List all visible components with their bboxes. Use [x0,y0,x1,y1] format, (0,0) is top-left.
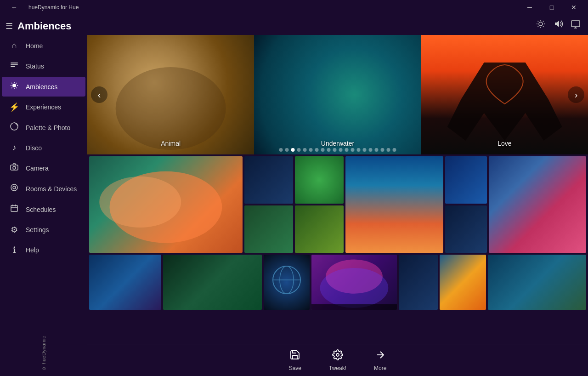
photo-grid-section [87,154,588,344]
photo-cell-fish[interactable] [89,156,243,253]
carousel-dot-0[interactable] [279,148,283,152]
back-button[interactable]: ← [4,0,25,15]
close-button[interactable]: ✕ [563,0,584,15]
orca-bg [244,156,293,204]
camera-icon [9,163,19,173]
disco-icon: ♪ [9,143,19,153]
tweak-button[interactable]: Tweak! [329,349,346,371]
carousel-dot-13[interactable] [357,148,361,152]
sidebar-item-status[interactable]: Status [2,56,85,76]
carousel-dot-10[interactable] [339,148,343,152]
carousel-dot-1[interactable] [285,148,289,152]
svg-point-40 [320,268,388,308]
photo-cell-blue-tang[interactable] [89,255,161,310]
minimize-button[interactable]: ─ [519,0,540,15]
carousel-label-underwater: Underwater [321,140,354,147]
save-button[interactable]: Save [289,349,301,371]
sidebar-item-help[interactable]: ℹ Help [2,240,85,260]
photo-cell-yellow-fish[interactable] [440,255,486,310]
carousel-dot-8[interactable] [327,148,331,152]
photo-cell-jelly-small[interactable] [445,156,487,204]
carousel-dot-4[interactable] [303,148,307,152]
menu-icon[interactable]: ☰ [6,21,13,31]
sidebar-item-disco[interactable]: ♪ Disco [2,138,85,157]
photo-cell-diver[interactable] [445,205,487,253]
more-button[interactable]: More [374,349,386,371]
sidebar-title: Ambiences [17,20,71,32]
yellow-fish-bg [440,255,486,310]
svg-point-3 [12,84,16,87]
nudibranch-bg [295,205,344,253]
photo-cell-turtle-large[interactable] [163,255,261,310]
carousel-dot-15[interactable] [369,148,373,152]
svg-line-27 [543,26,544,27]
carousel-dot-14[interactable] [363,148,367,152]
photo-cell-reef[interactable] [345,156,443,253]
sidebar-item-rooms[interactable]: Rooms & Devices [2,179,85,199]
experiences-icon: ⚡ [9,102,19,112]
titlebar-left: ← hueDynamic for Hue [4,0,79,15]
svg-rect-30 [571,21,580,27]
sidebar-item-disco-label: Disco [26,144,42,152]
photo-cell-nudibranch[interactable] [295,205,344,253]
sidebar-item-settings[interactable]: ⚙ Settings [2,220,85,239]
carousel-dot-6[interactable] [315,148,319,152]
sidebar-item-palette[interactable]: Palette & Photo [2,118,85,137]
photo-cell-globe[interactable] [264,255,310,310]
sidebar-item-schedules-label: Schedules [26,206,56,213]
sidebar-footer: ⊙ hueDynamic [0,330,87,376]
titlebar-title: hueDynamic for Hue [28,4,79,11]
screen-icon[interactable] [571,19,581,31]
ambiences-icon [9,81,19,92]
svg-line-8 [11,83,12,84]
svg-point-21 [539,22,543,26]
sidebar-item-ambiences[interactable]: Ambiences [2,77,85,97]
maximize-button[interactable]: □ [541,0,562,15]
turtle-large-bg [163,255,261,310]
photo-cell-shark[interactable] [399,255,438,310]
carousel-label-love: Love [498,140,511,147]
carousel-dot-17[interactable] [381,148,384,152]
carousel-dot-7[interactable] [321,148,325,152]
sidebar-item-palette-label: Palette & Photo [26,124,70,131]
svg-point-33 [116,67,226,150]
photo-cell-orca[interactable] [244,156,293,204]
photo-cell-discus[interactable] [489,156,586,253]
carousel-dot-16[interactable] [375,148,379,152]
carousel-item-underwater[interactable]: Underwater [254,35,421,154]
photo-cell-seahorse[interactable] [244,205,293,253]
sidebar-item-camera[interactable]: Camera [2,158,85,178]
carousel-dot-12[interactable] [351,148,355,152]
carousel-dot-3[interactable] [297,148,301,152]
svg-point-41 [336,353,339,356]
photo-cell-sea-turtle[interactable] [488,255,586,310]
carousel-dot-19[interactable] [393,148,396,152]
svg-line-28 [543,21,544,22]
brightness-icon[interactable] [536,19,546,31]
sidebar-item-home[interactable]: ⌂ Home [2,36,85,55]
volume-icon[interactable] [553,19,563,31]
search-cell-bg [311,255,397,310]
coral-green-bg [295,156,344,204]
sea-turtle-bg [488,255,586,310]
svg-line-26 [538,21,539,22]
carousel-dot-2[interactable] [291,148,295,152]
carousel-images: Animal Underwater Love [87,35,588,154]
photo-cell-coral-green[interactable] [295,156,344,204]
carousel-dot-5[interactable] [309,148,313,152]
carousel-prev-button[interactable]: ‹ [91,86,107,103]
carousel-item-animal[interactable]: Animal [87,35,254,154]
carousel-item-love[interactable]: Love [421,35,588,154]
topbar-icons [536,19,581,31]
carousel-dot-9[interactable] [333,148,337,152]
sidebar-item-experiences[interactable]: ⚡ Experiences [2,97,85,117]
carousel-dot-11[interactable] [345,148,349,152]
sidebar-item-schedules[interactable]: Schedules [2,199,85,219]
sidebar-header: ☰ Ambiences [0,17,87,36]
svg-point-16 [13,186,16,189]
carousel-dot-18[interactable] [387,148,390,152]
sidebar-item-rooms-label: Rooms & Devices [26,185,77,193]
titlebar-controls: ─ □ ✕ [519,0,584,15]
photo-cell-search[interactable] [311,255,397,310]
carousel-next-button[interactable]: › [568,86,584,103]
